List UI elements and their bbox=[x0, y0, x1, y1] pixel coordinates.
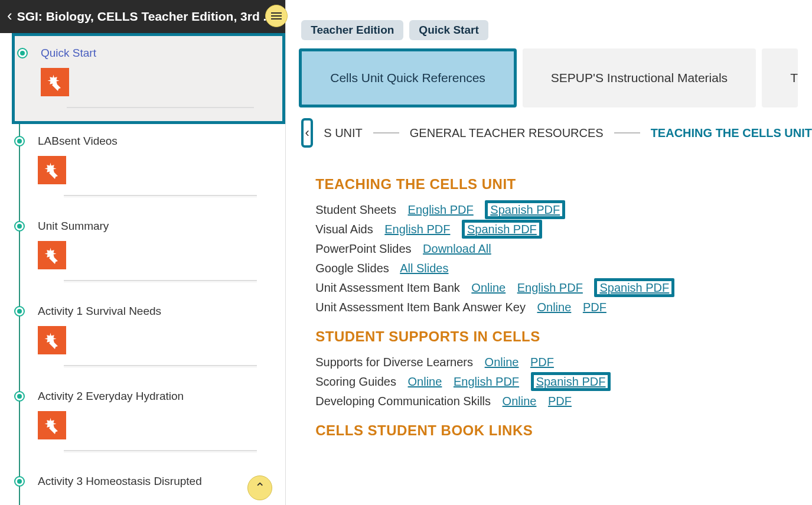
click-here-icon[interactable] bbox=[38, 156, 66, 184]
section-tabs: Cells Unit Quick References SEPUP'S Inst… bbox=[298, 48, 812, 107]
link-spanish-pdf[interactable]: Spanish PDF bbox=[462, 220, 542, 239]
row-dev-comm-skills: Developing Communication Skills Online P… bbox=[315, 395, 794, 408]
heading-student-supports: STUDENT SUPPORTS IN CELLS bbox=[315, 328, 794, 345]
link-online[interactable]: Online bbox=[503, 395, 537, 408]
nav-label: Activity 2 Everyday Hydration bbox=[38, 390, 271, 403]
row-google-slides: Google Slides All Slides bbox=[315, 262, 794, 275]
tab-instructional-materials[interactable]: SEPUP'S Instructional Materials bbox=[523, 48, 756, 107]
nav-label: Activity 3 Homeostasis Disrupted bbox=[38, 475, 271, 488]
bullet-icon bbox=[14, 476, 25, 487]
row-label: Unit Assessment Item Bank bbox=[315, 281, 460, 294]
tab-next-partial[interactable]: T bbox=[762, 48, 798, 107]
bullet-icon bbox=[14, 306, 25, 317]
link-spanish-pdf[interactable]: Spanish PDF bbox=[531, 372, 611, 391]
nav-item-activity-1[interactable]: Activity 1 Survival Needs bbox=[12, 294, 285, 379]
link-download-all[interactable]: Download All bbox=[423, 242, 491, 255]
heading-book-links: CELLS STUDENT BOOK LINKS bbox=[315, 422, 794, 439]
row-student-sheets: Student Sheets English PDF Spanish PDF bbox=[315, 203, 794, 217]
link-english-pdf[interactable]: English PDF bbox=[517, 281, 583, 294]
row-label: PowerPoint Slides bbox=[315, 242, 411, 255]
nav-item-labsent-videos[interactable]: LABsent Videos bbox=[12, 124, 285, 209]
link-pdf[interactable]: PDF bbox=[530, 356, 554, 369]
link-online[interactable]: Online bbox=[485, 356, 519, 369]
bullet-icon bbox=[14, 391, 25, 402]
back-icon[interactable]: ‹ bbox=[7, 8, 17, 25]
row-label: Developing Communication Skills bbox=[315, 395, 491, 408]
sidebar: ‹ SGI: Biology, CELLS Teacher Edition, 3… bbox=[0, 0, 286, 505]
book-title: SGI: Biology, CELLS Teacher Edition, 3rd… bbox=[17, 9, 273, 24]
nav-label: Unit Summary bbox=[38, 220, 271, 233]
row-visual-aids: Visual Aids English PDF Spanish PDF bbox=[315, 223, 794, 236]
link-online[interactable]: Online bbox=[471, 281, 506, 294]
bullet-icon bbox=[14, 221, 25, 232]
bullet-icon bbox=[14, 136, 25, 146]
link-online[interactable]: Online bbox=[408, 375, 442, 388]
row-scoring-guides: Scoring Guides Online English PDF Spanis… bbox=[315, 375, 794, 389]
row-label: Scoring Guides bbox=[315, 375, 396, 388]
divider bbox=[64, 280, 257, 282]
anchor-s-unit[interactable]: S UNIT bbox=[324, 126, 363, 140]
anchor-teaching-cells[interactable]: TEACHING THE CELLS UNIT bbox=[651, 126, 812, 140]
link-spanish-pdf[interactable]: Spanish PDF bbox=[594, 278, 674, 297]
tab-quick-references[interactable]: Cells Unit Quick References bbox=[299, 48, 517, 107]
content: TEACHING THE CELLS UNIT Student Sheets E… bbox=[298, 154, 812, 439]
link-spanish-pdf[interactable]: Spanish PDF bbox=[485, 200, 565, 219]
main-panel: Teacher Edition Quick Start Cells Unit Q… bbox=[286, 0, 812, 505]
row-diverse-learners: Supports for Diverse Learners Online PDF bbox=[315, 356, 794, 369]
nav-label: Activity 1 Survival Needs bbox=[38, 305, 271, 318]
link-pdf[interactable]: PDF bbox=[583, 301, 606, 314]
toc-toggle-button[interactable] bbox=[265, 5, 288, 27]
chevron-up-icon: ⌃ bbox=[255, 480, 265, 496]
link-english-pdf[interactable]: English PDF bbox=[408, 203, 474, 216]
crumb-teacher-edition[interactable]: Teacher Edition bbox=[301, 20, 403, 40]
breadcrumb: Teacher Edition Quick Start bbox=[298, 20, 812, 40]
nav-item-unit-summary[interactable]: Unit Summary bbox=[12, 209, 285, 294]
anchor-nav: ‹ S UNIT GENERAL TEACHER RESOURCES TEACH… bbox=[298, 111, 812, 154]
row-label: Unit Assessment Item Bank Answer Key bbox=[315, 301, 526, 314]
divider bbox=[64, 450, 257, 452]
row-powerpoint: PowerPoint Slides Download All bbox=[315, 242, 794, 256]
row-label: Supports for Diverse Learners bbox=[315, 356, 473, 369]
bullet-icon bbox=[17, 48, 28, 58]
click-here-icon[interactable] bbox=[41, 68, 69, 96]
link-pdf[interactable]: PDF bbox=[548, 395, 572, 408]
app-root: ‹ SGI: Biology, CELLS Teacher Edition, 3… bbox=[0, 0, 812, 505]
divider bbox=[64, 365, 257, 367]
link-online[interactable]: Online bbox=[537, 301, 572, 314]
click-here-icon[interactable] bbox=[38, 411, 66, 439]
row-item-bank: Unit Assessment Item Bank Online English… bbox=[315, 281, 794, 295]
divider bbox=[64, 195, 257, 197]
heading-teaching-cells: TEACHING THE CELLS UNIT bbox=[315, 176, 794, 193]
row-label: Google Slides bbox=[315, 262, 389, 275]
sidebar-body: Quick Start LABsent Videos Unit Summary bbox=[0, 33, 285, 505]
sidebar-header: ‹ SGI: Biology, CELLS Teacher Edition, 3… bbox=[0, 0, 285, 33]
link-all-slides[interactable]: All Slides bbox=[400, 262, 448, 275]
anchor-general-resources[interactable]: GENERAL TEACHER RESOURCES bbox=[410, 126, 604, 140]
nav-item-quick-start[interactable]: Quick Start bbox=[12, 33, 285, 124]
nav-item-activity-3[interactable]: Activity 3 Homeostasis Disrupted bbox=[12, 464, 285, 488]
link-english-pdf[interactable]: English PDF bbox=[454, 375, 519, 388]
nav-label: Quick Start bbox=[41, 47, 268, 60]
scroll-up-button[interactable]: ⌃ bbox=[247, 475, 272, 500]
anchor-separator bbox=[614, 132, 640, 133]
crumb-quick-start[interactable]: Quick Start bbox=[409, 20, 488, 40]
nav-item-activity-2[interactable]: Activity 2 Everyday Hydration bbox=[12, 379, 285, 464]
anchor-prev-button[interactable]: ‹ bbox=[301, 118, 313, 148]
row-item-bank-key: Unit Assessment Item Bank Answer Key Onl… bbox=[315, 301, 794, 314]
anchor-separator bbox=[373, 132, 399, 133]
click-here-icon[interactable] bbox=[38, 326, 66, 354]
click-here-icon[interactable] bbox=[38, 241, 66, 269]
link-english-pdf[interactable]: English PDF bbox=[384, 223, 450, 236]
hamburger-icon bbox=[271, 12, 282, 19]
divider bbox=[67, 107, 254, 109]
row-label: Visual Aids bbox=[315, 223, 373, 236]
row-label: Student Sheets bbox=[315, 203, 396, 216]
nav-label: LABsent Videos bbox=[38, 135, 271, 148]
